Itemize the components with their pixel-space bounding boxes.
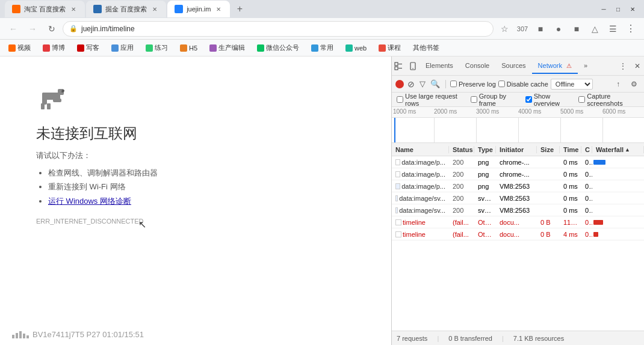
bookmark-video[interactable]: 视频 [5,42,34,53]
wm-bar-5 [26,335,29,338]
devtools-header-actions: ⋮ ✕ [616,60,644,73]
table-row[interactable]: data:image/p... 200 png VM8:2563 0 ms 0 [392,180,644,192]
address-bar[interactable]: 🔒 juejin.im/timeline [63,21,494,37]
tab-close-taobao[interactable]: ✕ [69,5,78,13]
bookmark-prod[interactable]: 生产编辑 [206,42,249,53]
bookmark-web[interactable]: web [342,43,370,53]
td-waterfall-7 [592,228,644,240]
show-overview-checkbox[interactable]: Show overview [525,93,572,107]
bookmark-h5[interactable]: H5 [176,43,201,53]
bookmark-app[interactable]: 应用 [108,42,137,53]
row-checkbox-2 [395,171,400,177]
th-name[interactable]: Name [392,146,449,153]
th-name-label: Name [395,146,413,153]
bookmark-label-xieke: 写客 [86,43,99,52]
td-waterfall-2 [592,168,644,180]
table-row[interactable]: timeline (fail... Other docu... 0 B 11 .… [392,216,644,228]
device-icon[interactable] [406,60,420,73]
offline-select[interactable]: Offline Online Fast 3G Slow 3G [551,79,593,90]
table-row[interactable]: data:image/p... 200 png chrome-... 0 ms … [392,168,644,180]
disable-cache-checkbox[interactable]: Disable cache [498,81,548,88]
devtools-tab-elements[interactable]: Elements [420,58,459,74]
th-type[interactable]: Type [474,146,496,153]
menu-button[interactable]: ⋮ [622,20,639,37]
preserve-log-input[interactable] [450,81,457,87]
th-size[interactable]: Size [537,146,560,153]
back-button[interactable]: ← [5,20,22,37]
capture-screenshots-input[interactable] [578,96,585,103]
inspect-icon[interactable] [392,60,405,73]
devtools-tab-more[interactable]: » [578,58,593,74]
new-tab-button[interactable]: + [231,1,248,17]
nav-icon-1[interactable]: 307 [514,20,531,37]
td-size-6: 0 B [537,219,560,226]
nav-bar: ← → ↻ 🔒 juejin.im/timeline ☆ 307 ■ ● ■ △… [0,18,644,40]
wm-bar-4 [23,334,25,338]
reload-button[interactable]: ↻ [43,20,60,37]
tab-close-juejin-search[interactable]: ✕ [150,5,159,13]
tab-juejin[interactable]: juejin.im ✕ [167,1,230,17]
th-initiator[interactable]: Initiator [496,146,537,153]
table-row[interactable]: data:image/p... 200 png chrome-... 0 ms … [392,156,644,168]
devtools-more-button[interactable]: ⋮ [616,60,630,73]
table-row[interactable]: data:image/sv... 200 svg+... VM8:2563 0 … [392,204,644,216]
bookmark-more[interactable]: 其他书签 [409,42,443,53]
bookmark-learn[interactable]: 练习 [142,42,172,53]
tab-close-juejin[interactable]: ✕ [214,5,223,13]
td-time-3: 0 ms [560,183,581,190]
nav-icon-2[interactable]: ■ [532,20,549,37]
nav-icon-5[interactable]: △ [586,20,603,37]
record-button[interactable] [395,80,404,88]
disable-cache-label: Disable cache [507,81,548,88]
disable-cache-input[interactable] [498,81,505,87]
devtools-tab-network[interactable]: Network ⚠ [532,58,578,74]
nav-icon-4[interactable]: ■ [568,20,585,37]
preserve-log-checkbox[interactable]: Preserve log [450,81,496,88]
svg-point-13 [412,68,413,69]
clear-button[interactable]: ⊘ [407,79,415,89]
bookmark-wechat[interactable]: 微信公众号 [253,42,303,53]
nav-icon-3[interactable]: ● [550,20,567,37]
tick-5000: 5000 ms [560,108,583,115]
bookmark-common[interactable]: 常用 [308,42,337,53]
th-c[interactable]: C [581,146,592,153]
svg-rect-7 [53,99,61,102]
th-waterfall[interactable]: Waterfall ▲ [592,146,644,153]
filter-button[interactable]: ▽ [420,79,426,88]
tab-taobao[interactable]: 淘宝 百度搜索 ✕ [5,1,85,17]
devtools-close-button[interactable]: ✕ [631,60,644,73]
upload-icon[interactable]: ↑ [611,78,625,91]
devtools-tab-console[interactable]: Console [459,58,495,74]
td-time-2: 0 ms [560,171,581,178]
devtools-tab-sources[interactable]: Sources [495,58,531,74]
capture-screenshots-checkbox[interactable]: Capture screenshots [578,93,639,107]
devtools-left-icons [392,60,420,73]
error-link[interactable]: 运行 Windows 网络诊断 [48,197,131,206]
bookmark-course[interactable]: 课程 [375,42,404,53]
maximize-button[interactable]: □ [611,2,625,16]
forward-button[interactable]: → [24,20,41,37]
th-status[interactable]: Status [449,146,474,153]
show-overview-input[interactable] [525,96,532,103]
group-by-frame-input[interactable] [471,96,477,103]
search-button[interactable]: 🔍 [430,79,440,88]
large-rows-checkbox[interactable]: Use large request rows [397,93,463,107]
td-waterfall-3 [592,180,644,192]
tab-juejin-search[interactable]: 掘金 百度搜索 ✕ [86,1,166,17]
network-settings-icon[interactable]: ⚙ [627,78,640,91]
th-time-label: Time [563,146,578,153]
close-button[interactable]: ✕ [626,2,639,16]
large-rows-input[interactable] [397,96,403,103]
bookmark-button[interactable]: ☆ [496,20,513,37]
td-waterfall-5 [592,204,644,216]
group-by-frame-checkbox[interactable]: Group by frame [471,93,518,107]
table-row[interactable]: data:image/sv... 200 svg+... VM8:2563 0 … [392,192,644,204]
th-time[interactable]: Time [560,146,581,153]
table-row[interactable]: timeline (fail... Other docu... 0 B 4 ms… [392,228,644,240]
minimize-button[interactable]: ─ [597,2,610,16]
webpage: 未连接到互联网 请试以下办法： 检查网线、调制解调器和路由器 重新连接到 Wi-… [0,56,391,345]
network-table: Name Status Type Initiator Size [392,143,644,331]
bookmark-bobo[interactable]: 博博 [39,42,69,53]
bookmark-xieke[interactable]: 写客 [73,42,103,53]
profile-button[interactable]: ☰ [604,20,621,37]
